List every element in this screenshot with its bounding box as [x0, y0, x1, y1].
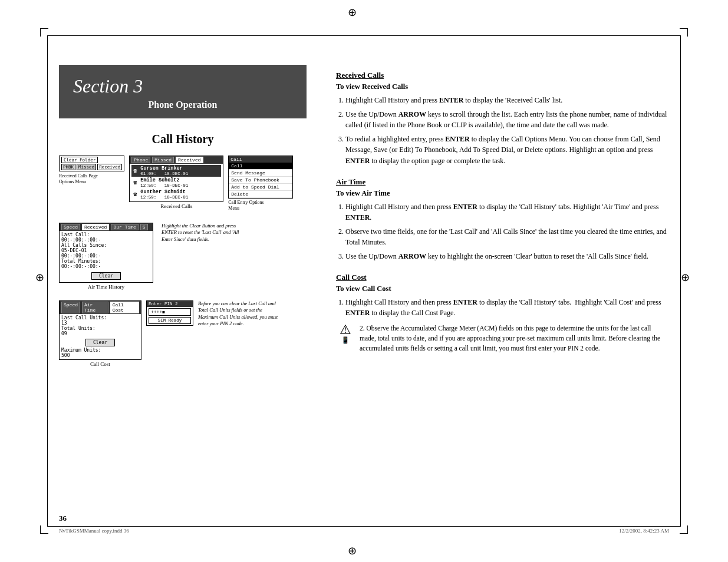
contact-name-1: Gursen Brinker	[140, 166, 188, 171]
page-border-bottom	[47, 526, 681, 527]
airtime-screen-label: Air Time History	[59, 284, 153, 290]
callcost-max-value: 500	[61, 353, 139, 358]
phone-screen-body: ☎ Gursen Brinker 01:00: 18-DEC-01 ☎ Emil…	[130, 164, 223, 201]
contact-name-2: Emile Scholtz	[140, 177, 188, 183]
callcost-clear-button[interactable]: Clear	[85, 339, 115, 346]
contact-row-2: ☎ Emile Scholtz 12:59: 18-DEC-01	[131, 177, 221, 189]
callcost-screen-header: Speed Air Time Call Cost	[60, 301, 141, 314]
page-border-left	[47, 35, 48, 527]
option-send-message[interactable]: Send Message	[229, 170, 292, 177]
person-icon-3: ☎	[131, 191, 139, 198]
call-history-title: Call History	[59, 133, 307, 146]
tab-received[interactable]: Received	[176, 157, 203, 163]
contact-row-1: ☎ Gursen Brinker 01:00: 18-DEC-01	[131, 165, 221, 177]
pin-sim-ready: SIM Ready	[149, 317, 191, 324]
missed-tab[interactable]: Missed	[77, 164, 96, 170]
airtime-screen-body: Last Call: 00:-:00:-:00:- All Calls Sinc…	[60, 231, 153, 282]
callcost-screen-label: Call Cost	[59, 361, 141, 367]
callcost-totalunits-label: Total Units:	[61, 326, 139, 331]
received-calls-screen: Phone Missed Received ☎ Gursen Brinker 0…	[129, 156, 223, 209]
call-cost-section: Call Cost To view Call Cost Highlight Ca…	[336, 273, 669, 354]
footer-date: 12/2/2002, 8:42:23 AM	[619, 528, 669, 534]
person-icon-2: ☎	[131, 179, 139, 186]
air-time-area: Speed Received Our Time S Last Call: 00:…	[59, 223, 307, 290]
option-delete[interactable]: Delete	[229, 191, 292, 198]
air-time-steps: Highlight Call History and then press EN…	[336, 201, 669, 262]
air-time-subheading: To view Air Time	[336, 189, 669, 198]
airtime-tab-ourtime[interactable]: Our Time	[111, 224, 138, 230]
airtime-totalmin-value: 00:-:00:-:00:-	[61, 264, 151, 269]
airtime-clear-button[interactable]: Clear	[91, 272, 121, 280]
contact-name-3: Gunther Schmidt	[140, 189, 188, 195]
call-cost-subheading: To view Call Cost	[336, 285, 669, 293]
received-calls-labels: Clear Folder PHBK Missed Received Receiv…	[59, 156, 124, 186]
pin-dots-field[interactable]: ++++■	[149, 308, 191, 316]
contact-info-3: 12:59: 18-DEC-01	[140, 195, 188, 200]
corner-mark-tl	[40, 28, 48, 37]
callcost-tab-cost[interactable]: Call Cost	[110, 302, 139, 313]
option-add-speed-dial[interactable]: Add to Speed Dial	[229, 184, 292, 191]
person-icon-1: ☎	[131, 167, 139, 174]
option-call[interactable]: Call	[229, 163, 292, 170]
contact-info-1: 01:00: 18-DEC-01	[140, 171, 188, 176]
left-column: Section 3 Phone Operation Call History C…	[59, 47, 307, 515]
callcost-lastcall-label: Last Call Units:	[61, 315, 139, 320]
received-calls-area: Clear Folder PHBK Missed Received Receiv…	[59, 156, 307, 212]
airtime-tab-received[interactable]: Received	[82, 224, 109, 230]
airtime-tab-s[interactable]: S	[140, 224, 148, 230]
pin-popup: Enter PIN 2 ++++■ SIM Ready	[146, 300, 193, 326]
received-calls-section: Received Calls To view Received Calls Hi…	[336, 71, 669, 167]
corner-mark-tr	[680, 28, 688, 37]
callcost-tab-speed[interactable]: Speed	[61, 302, 80, 313]
callcost-screen-body: Last Call Units: 13 Total Units: 09 Clea…	[60, 314, 141, 359]
tab-phone[interactable]: Phone	[131, 157, 150, 163]
air-time-step-2: Observe two time fields, one for the 'La…	[345, 226, 669, 248]
page-border-top	[47, 35, 681, 36]
phone-tab[interactable]: PHBK	[61, 164, 75, 170]
callcost-max-label: Maximum Units:	[61, 348, 139, 353]
registration-mark-bottom	[348, 544, 360, 556]
section-header: Section 3 Phone Operation	[59, 65, 307, 118]
clear-folder-btn[interactable]: Clear Folder	[61, 157, 98, 163]
airtime-totalmin-label: Total Minutes:	[61, 259, 151, 264]
tab-missed[interactable]: Missed	[152, 157, 174, 163]
important-icon: ⚠	[340, 323, 351, 336]
air-time-heading: Air Time	[336, 177, 669, 187]
options-popup-header: Call	[229, 156, 292, 163]
received-calls-step-3: To redial a highlighted entry, press ENT…	[345, 134, 669, 167]
call-cost-heading: Call Cost	[336, 273, 669, 282]
received-tab[interactable]: Received	[97, 164, 122, 170]
option-save-phonebook[interactable]: Save To Phonebook	[229, 177, 292, 184]
note-icon-col: ⚠ 📱	[336, 323, 355, 354]
airtime-screen: Speed Received Our Time S Last Call: 00:…	[59, 223, 153, 283]
callcost-screen-container: Speed Air Time Call Cost Last Call Units…	[59, 300, 141, 367]
airtime-allcalls-date: 05-DEC-01	[61, 248, 151, 253]
received-calls-page-label: Received Calls Page Options Menu	[59, 173, 124, 186]
callcost-tab-airtime[interactable]: Air Time	[82, 302, 108, 313]
callcost-screen: Speed Air Time Call Cost Last Call Units…	[59, 300, 141, 360]
pin-popup-body: ++++■ SIM Ready	[147, 307, 193, 325]
corner-mark-br	[680, 525, 688, 534]
received-calls-steps: Highlight Call History and press ENTER t…	[336, 95, 669, 167]
received-calls-heading: Received Calls	[336, 71, 669, 80]
corner-mark-bl	[40, 525, 48, 534]
airtime-allcalls-label: All Calls Since:	[61, 243, 151, 248]
airtime-allcalls-value: 00:-:00:-:00:-	[61, 253, 151, 259]
call-entry-options-label: Call Entry OptionsMenu	[228, 200, 287, 212]
section-number: Section 3	[73, 75, 292, 97]
received-calls-step-2: Use the Up/Down ARROW keys to scroll thr…	[345, 109, 669, 131]
airtime-screen-header: Speed Received Our Time S	[60, 223, 153, 231]
received-calls-screen-label: Received Calls	[129, 203, 223, 209]
airtime-tab-speed[interactable]: Speed	[61, 224, 80, 230]
call-cost-note-block: ⚠ 📱 2. Observe the Accumulated Charge Me…	[336, 323, 669, 354]
received-calls-step-1: Highlight Call History and press ENTER t…	[345, 95, 669, 106]
section-title: Phone Operation	[73, 100, 292, 110]
contact-info-2: 12:59: 18-DEC-01	[140, 183, 188, 188]
right-column: Received Calls To view Received Calls Hi…	[336, 47, 669, 515]
phone-screen-header: Phone Missed Received	[130, 156, 223, 164]
callcost-totalunits-value: 09	[61, 331, 139, 336]
phone-icon: 📱	[341, 336, 350, 344]
air-time-section: Air Time To view Air Time Highlight Call…	[336, 177, 669, 262]
airtime-lastcall-label: Last Call:	[61, 232, 151, 237]
call-entry-options-popup: Call Call Send Message Save To Phonebook…	[228, 156, 293, 212]
